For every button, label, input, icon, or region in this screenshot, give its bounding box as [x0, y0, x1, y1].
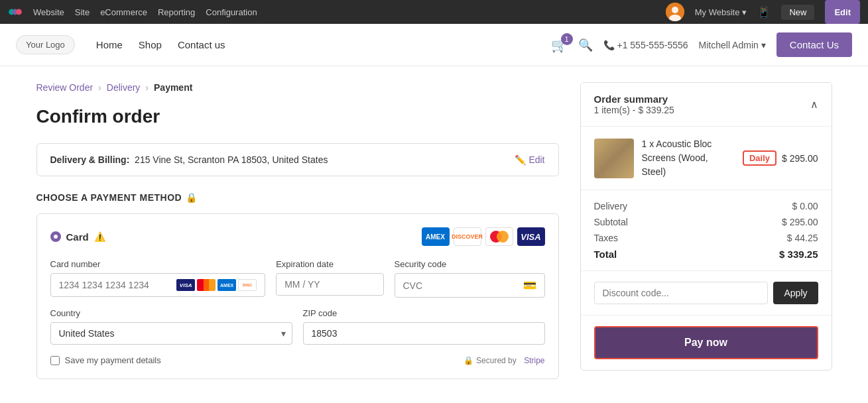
- cart-badge: 1: [561, 33, 573, 45]
- cvc-input[interactable]: [403, 280, 519, 291]
- zip-group: ZIP code: [303, 308, 545, 345]
- admin-name-button[interactable]: Mitchell Admin ▾: [699, 40, 766, 50]
- left-column: Review Order › Delivery › Payment Confir…: [36, 82, 559, 379]
- visa-logo: VISA: [517, 227, 545, 246]
- order-summary-card: Order summary 1 item(s) - $ 339.25 ∧ 1 x…: [580, 82, 832, 371]
- order-summary-header-text: Order summary 1 item(s) - $ 339.25: [594, 93, 674, 115]
- phone-number: 📞 +1 555-555-5556: [603, 40, 688, 50]
- delivery-row: Delivery $ 0.00: [594, 201, 818, 211]
- card-radio[interactable]: [50, 231, 61, 242]
- nav-shop[interactable]: Shop: [139, 39, 162, 50]
- edit-button[interactable]: Edit: [825, 0, 860, 24]
- cvc-icon: 💳: [523, 279, 536, 292]
- delivery-value: $ 0.00: [792, 201, 818, 211]
- breadcrumb-delivery[interactable]: Delivery: [107, 82, 141, 93]
- zip-input[interactable]: [303, 322, 545, 345]
- expiry-label: Expiration date: [276, 259, 383, 269]
- nav-home[interactable]: Home: [96, 39, 123, 50]
- cvc-label: Security code: [395, 259, 545, 269]
- breadcrumb-current: Payment: [154, 82, 192, 93]
- discount-section: Apply: [581, 271, 832, 316]
- collapse-icon[interactable]: ∧: [810, 98, 818, 111]
- logo-badge: Your Logo: [16, 35, 75, 54]
- search-icon[interactable]: 🔍: [578, 38, 593, 52]
- card-number-row: Card number VISA AMEX DISC Expiration da…: [50, 259, 545, 298]
- new-button[interactable]: New: [781, 5, 814, 20]
- item-price-area: Daily $ 295.00: [743, 150, 818, 166]
- cart-button[interactable]: 🛒 1: [551, 37, 568, 53]
- subtotal-value: $ 295.00: [782, 217, 818, 227]
- country-select-wrapper[interactable]: United States ▾: [50, 322, 292, 345]
- total-label: Total: [594, 249, 617, 260]
- order-summary-subtitle: 1 item(s) - $ 339.25: [594, 105, 674, 115]
- nav-contact-us[interactable]: Contact us: [178, 39, 225, 50]
- country-select[interactable]: United States: [50, 322, 292, 345]
- admin-nav-configuration[interactable]: Configuration: [206, 7, 257, 17]
- breadcrumb: Review Order › Delivery › Payment: [36, 82, 559, 93]
- cvc-input-wrapper[interactable]: 💳: [395, 273, 545, 298]
- stripe-link[interactable]: Stripe: [524, 356, 544, 365]
- discover-logo: DISCOVER: [454, 227, 481, 246]
- admin-nav-site[interactable]: Site: [75, 7, 90, 17]
- item-thumbnail: [594, 139, 634, 178]
- mini-card-logos: VISA AMEX DISC: [176, 279, 257, 291]
- country-group: Country United States ▾: [50, 308, 292, 345]
- daily-badge[interactable]: Daily: [743, 150, 776, 166]
- svg-point-4: [672, 7, 678, 13]
- total-value: $ 339.25: [779, 249, 818, 260]
- mini-disc: DISC: [238, 279, 257, 291]
- mini-visa: VISA: [176, 279, 195, 291]
- breadcrumb-sep-1: ›: [98, 82, 101, 93]
- subtotal-row: Subtotal $ 295.00: [594, 217, 818, 227]
- right-column: Order summary 1 item(s) - $ 339.25 ∧ 1 x…: [580, 82, 832, 379]
- avatar: [666, 3, 684, 21]
- country-label: Country: [50, 308, 292, 318]
- order-item: 1 x Acoustic Bloc Screens (Wood, Steel) …: [581, 127, 832, 190]
- apply-button[interactable]: Apply: [773, 282, 818, 304]
- item-price: $ 295.00: [782, 153, 818, 164]
- lock-icon: 🔒: [464, 356, 473, 365]
- delivery-card: Delivery & Billing: 215 Vine St, Scranto…: [36, 143, 559, 176]
- save-payment-checkbox-label[interactable]: Save my payment details: [50, 355, 161, 365]
- secured-stripe-text: 🔒 Secured by Stripe: [464, 356, 544, 365]
- card-logos: AMEX DISCOVER VISA: [422, 227, 545, 246]
- cvc-group: Security code 💳: [395, 259, 545, 298]
- admin-nav-ecommerce[interactable]: eCommerce: [100, 7, 147, 17]
- expiry-input[interactable]: [284, 279, 375, 290]
- mastercard-logo: [485, 227, 513, 246]
- taxes-value: $ 44.25: [787, 233, 818, 243]
- payment-method-header: Card ⚠️ AMEX DISCOVER VISA: [50, 227, 545, 246]
- edit-link[interactable]: ✏️ Edit: [515, 154, 544, 165]
- admin-bar: Website Site eCommerce Reporting Configu…: [0, 0, 868, 24]
- odoo-logo-icon: [8, 5, 23, 19]
- save-payment-checkbox[interactable]: [50, 356, 60, 365]
- card-number-input[interactable]: [59, 280, 172, 290]
- discount-input[interactable]: [594, 282, 769, 304]
- taxes-row: Taxes $ 44.25: [594, 233, 818, 243]
- delivery-label: Delivery: [594, 201, 628, 211]
- order-totals: Delivery $ 0.00 Subtotal $ 295.00 Taxes …: [581, 190, 832, 271]
- payment-footer: Save my payment details 🔒 Secured by Str…: [50, 355, 545, 365]
- my-website-button[interactable]: My Website ▾: [695, 7, 747, 17]
- subtotal-label: Subtotal: [594, 217, 628, 227]
- order-summary-header: Order summary 1 item(s) - $ 339.25 ∧: [581, 83, 832, 127]
- contact-us-button[interactable]: Contact Us: [776, 32, 852, 57]
- device-icon: 📱: [757, 6, 771, 19]
- pay-now-button[interactable]: Pay now: [594, 326, 818, 359]
- logo-area: Your Logo: [16, 35, 75, 54]
- save-payment-label: Save my payment details: [65, 355, 161, 365]
- card-number-input-wrapper[interactable]: VISA AMEX DISC: [50, 273, 266, 297]
- svg-point-2: [16, 9, 22, 15]
- section-title: CHOOSE A PAYMENT METHOD 🔒: [36, 192, 559, 203]
- total-row: Total $ 339.25: [594, 249, 818, 260]
- nav-links: Home Shop Contact us: [96, 39, 225, 50]
- zip-label: ZIP code: [303, 308, 545, 318]
- expiry-input-wrapper[interactable]: [276, 273, 383, 296]
- order-summary-title: Order summary: [594, 93, 674, 105]
- breadcrumb-sep-2: ›: [145, 82, 149, 93]
- admin-nav-reporting[interactable]: Reporting: [158, 7, 195, 17]
- breadcrumb-review[interactable]: Review Order: [36, 82, 93, 93]
- taxes-label: Taxes: [594, 233, 619, 243]
- admin-nav-website[interactable]: Website: [33, 7, 64, 17]
- payment-box: Card ⚠️ AMEX DISCOVER VISA Card number: [36, 213, 559, 379]
